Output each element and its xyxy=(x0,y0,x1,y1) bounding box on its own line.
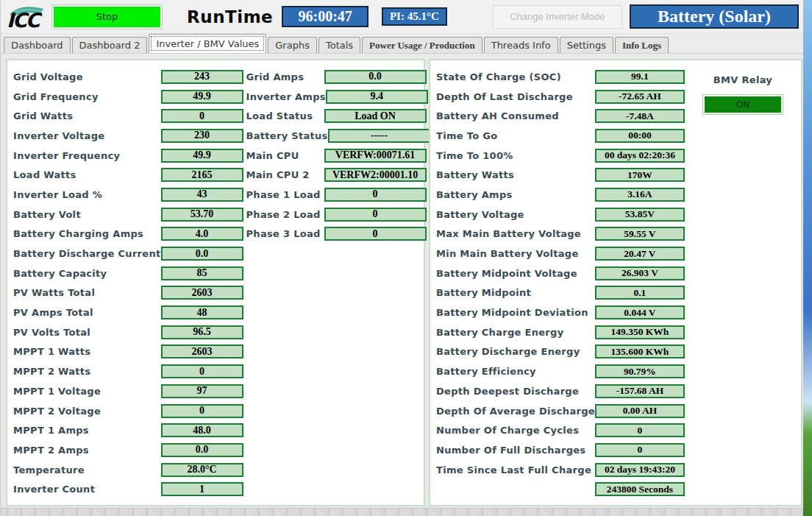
field-label: Battery Status xyxy=(246,130,328,141)
field-value-box: 0 xyxy=(595,423,685,437)
field-value-box: -157.68 AH xyxy=(595,384,685,398)
field-row: Grid Voltage 243 xyxy=(13,67,243,87)
field-value-box: 28.0°C xyxy=(161,463,243,477)
field-label: Battery Watts xyxy=(436,169,595,180)
field-value-box: 0.044 V xyxy=(595,305,685,319)
field-label: Battery Efficiency xyxy=(436,366,595,377)
field-label: Battery Discharge Energy xyxy=(436,346,595,357)
field-label: PV Volts Total xyxy=(13,327,161,338)
field-label: Time Since Last Full Charge xyxy=(436,464,595,476)
field-row: Depth Of Average Discharge 0.00 AH xyxy=(436,401,685,421)
field-label: Inverter Amps xyxy=(246,91,326,102)
field-value-box: 243800 Seconds xyxy=(595,482,685,496)
field-row: PV Watts Total 2603 xyxy=(13,283,243,303)
field-value-box: 0.1 xyxy=(595,286,685,300)
field-label: PV Amps Total xyxy=(13,307,161,318)
field-label: Battery Charging Amps xyxy=(13,228,161,239)
header-bar: ICC Stop RunTime 96:00:47 PI: 45.1°C Cha… xyxy=(1,0,803,34)
status-bar xyxy=(1,508,803,516)
field-value-box: 0 xyxy=(595,443,685,457)
tab-inverter-bmv-values[interactable]: Inverter / BMV Values xyxy=(149,34,266,53)
field-row: Number Of Charge Cycles 0 xyxy=(436,420,685,440)
field-row: Battery Midpoint 0.1 xyxy=(436,283,685,303)
tab-settings[interactable]: Settings xyxy=(560,37,613,53)
field-value-box: VERFW2:00001.10 xyxy=(324,168,427,182)
field-row: Depth Deepest Discharge -157.68 AH xyxy=(436,381,685,401)
field-value-box: 96.5 xyxy=(161,325,243,339)
field-label: Max Main Battery Voltage xyxy=(436,228,595,239)
field-label: Inverter Load % xyxy=(13,189,161,200)
field-value-box: 0 xyxy=(324,208,427,222)
field-value-box: 9.4 xyxy=(326,90,428,104)
field-value-box: ----- xyxy=(328,129,430,143)
field-label: Battery Midpoint Voltage xyxy=(436,268,595,279)
field-row: Phase 1 Load 0 xyxy=(246,185,427,205)
grid-inverter-column: Grid Voltage 243 Grid Frequency 49.9 Gri… xyxy=(13,67,243,505)
field-row: MPPT 2 Watts 0 xyxy=(13,361,243,381)
field-value-box: 149.350 KWh xyxy=(595,325,685,339)
field-row: MPPT 1 Watts 2603 xyxy=(13,342,243,362)
change-inverter-mode-button[interactable]: Change Inverter Mode xyxy=(493,5,623,29)
field-label: Grid Frequency xyxy=(13,91,161,102)
field-value-box: 0.0 xyxy=(161,443,243,457)
field-label: Grid Voltage xyxy=(13,71,161,82)
field-row: Depth Of Last Discharge -72.65 AH xyxy=(436,87,685,107)
field-row: Battery Midpoint Deviation 0.044 V xyxy=(436,303,685,322)
tab-dashboard[interactable]: Dashboard xyxy=(4,37,71,53)
tab-graphs[interactable]: Graphs xyxy=(268,37,317,53)
tab-power-usage-production[interactable]: Power Usage / Production xyxy=(362,37,482,53)
field-value-box: 53.85V xyxy=(595,208,685,222)
field-label: Battery Volt xyxy=(13,209,161,220)
field-label: MPPT 1 Watts xyxy=(13,346,161,357)
field-label: Battery Discharge Current xyxy=(13,248,161,259)
field-row: Battery Volt 53.70 xyxy=(13,205,243,225)
field-row: Grid Watts 0 xyxy=(13,106,243,126)
field-value-box: -7.48A xyxy=(595,109,685,123)
field-row: Main CPU 2 VERFW2:00001.10 xyxy=(246,165,427,185)
field-value-box: 230 xyxy=(161,129,243,143)
field-value-box: 99.1 xyxy=(595,70,685,84)
field-row: Time Since Last Full Charge 02 days 19:4… xyxy=(436,460,685,480)
tab-dashboard-2[interactable]: Dashboard 2 xyxy=(72,37,148,53)
field-value-box: 0.0 xyxy=(161,247,243,261)
field-label: Min Main Battery Voltage xyxy=(436,248,595,259)
field-label: Grid Amps xyxy=(246,71,324,82)
field-label: Phase 1 Load xyxy=(246,189,324,200)
field-row: Inverter Load % 43 xyxy=(13,185,243,205)
tab-threads-info[interactable]: Threads Info xyxy=(484,37,558,53)
field-row: Phase 3 Load 0 xyxy=(246,225,427,244)
field-label: Inverter Count xyxy=(13,484,161,495)
inverter-mode-display: Battery (Solar) xyxy=(630,4,799,29)
field-value-box: 48.0 xyxy=(161,423,243,437)
field-value-box: 1 xyxy=(161,482,243,496)
stop-button[interactable]: Stop xyxy=(52,5,162,29)
field-value-box: 2603 xyxy=(161,286,243,300)
field-value-box: 90.79% xyxy=(595,364,685,378)
field-row: Battery Midpoint Voltage 26.903 V xyxy=(436,264,685,283)
field-label: Number Of Charge Cycles xyxy=(436,425,595,436)
field-row: Inverter Amps 9.4 xyxy=(246,87,427,107)
field-label: Inverter Voltage xyxy=(13,130,161,141)
field-row: Battery Discharge Current 0.0 xyxy=(13,244,243,264)
field-label: Main CPU xyxy=(246,150,324,161)
field-row: Battery Charging Amps 4.0 xyxy=(13,225,243,244)
field-value-box: 59.55 V xyxy=(595,227,685,241)
field-row: Main CPU VERFW:00071.61 xyxy=(246,146,427,166)
runtime-display: 96:00:47 xyxy=(282,6,368,27)
field-row: PV Volts Total 96.5 xyxy=(13,322,243,342)
field-value-box: 49.9 xyxy=(161,149,243,163)
field-row: Battery AH Consumed -7.48A xyxy=(436,106,685,126)
field-label: Temperature xyxy=(13,464,161,476)
tab-totals[interactable]: Totals xyxy=(318,37,360,53)
desktop-wallpaper-strip xyxy=(803,0,812,516)
field-row: Grid Amps 0.0 xyxy=(246,67,427,87)
field-row: Temperature 28.0°C xyxy=(13,460,243,480)
field-label: MPPT 2 Watts xyxy=(13,366,161,377)
bmv-relay-section: BMV Relay ON xyxy=(691,67,795,505)
field-value-box: 0 xyxy=(324,188,427,202)
field-label: Time To Go xyxy=(436,130,595,141)
tab-info-logs[interactable]: Info Logs xyxy=(615,37,669,53)
main-content: Grid Voltage 243 Grid Frequency 49.9 Gri… xyxy=(1,54,803,508)
field-label: Battery Amps xyxy=(436,189,595,200)
field-value-box: 2165 xyxy=(161,168,243,182)
